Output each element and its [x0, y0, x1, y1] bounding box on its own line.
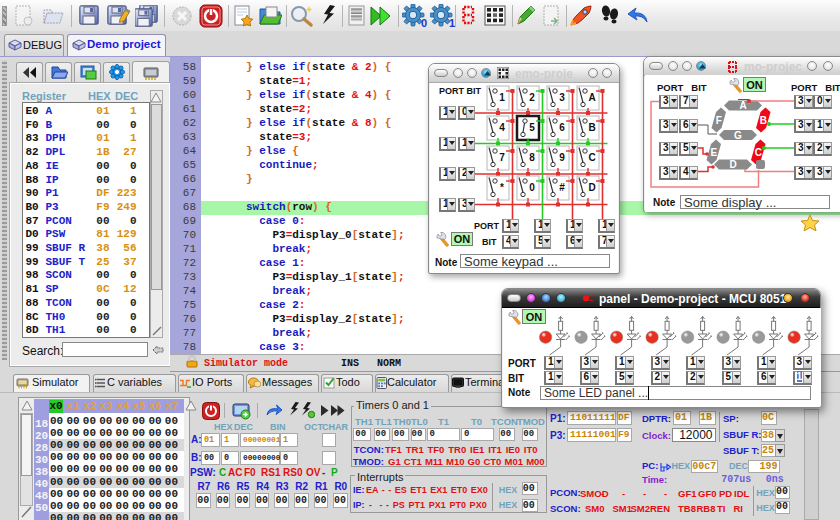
svg-text:5: 5 — [529, 122, 535, 133]
svg-text:C: C — [588, 152, 595, 163]
svg-text:8: 8 — [529, 152, 535, 163]
svg-text:*: * — [500, 182, 504, 193]
svg-text:4: 4 — [499, 122, 505, 133]
svg-text:B: B — [588, 122, 595, 133]
svg-text:#: # — [559, 182, 565, 193]
svg-text:7: 7 — [499, 152, 505, 163]
svg-text:2: 2 — [529, 92, 535, 103]
svg-text:9: 9 — [559, 152, 565, 163]
svg-text:A: A — [588, 92, 595, 103]
svg-text:D: D — [588, 182, 595, 193]
svg-text:6: 6 — [559, 122, 565, 133]
svg-text:3: 3 — [559, 92, 565, 103]
svg-text:1: 1 — [499, 92, 505, 103]
svg-text:0: 0 — [421, 17, 427, 28]
svg-text:0: 0 — [529, 182, 535, 193]
